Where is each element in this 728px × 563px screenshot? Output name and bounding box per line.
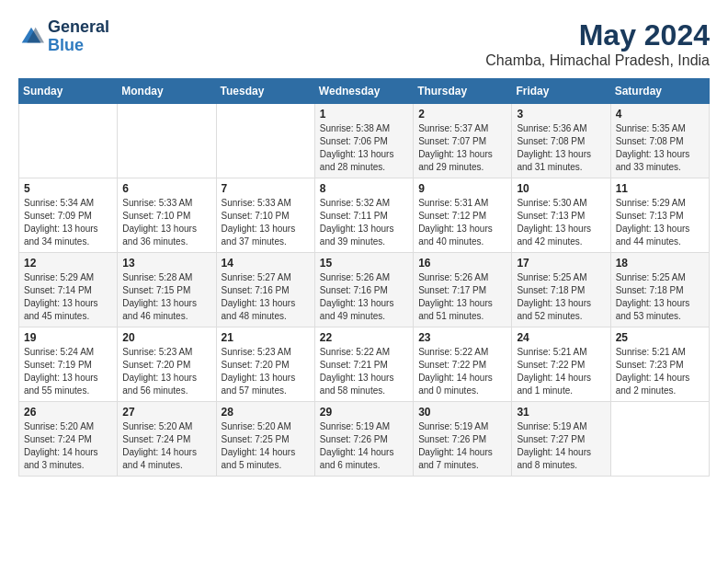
day-info: Sunrise: 5:22 AM Sunset: 7:21 PM Dayligh… xyxy=(320,346,408,397)
day-number: 21 xyxy=(222,331,310,344)
day-number: 11 xyxy=(616,182,704,195)
day-number: 17 xyxy=(517,257,605,270)
calendar-cell: 1Sunrise: 5:38 AM Sunset: 7:06 PM Daylig… xyxy=(314,104,413,178)
day-info: Sunrise: 5:32 AM Sunset: 7:11 PM Dayligh… xyxy=(320,197,408,248)
page-header: General Blue May 2024 Chamba, Himachal P… xyxy=(18,18,710,69)
calendar-table: Sunday Monday Tuesday Wednesday Thursday… xyxy=(18,78,710,477)
calendar-cell: 3Sunrise: 5:36 AM Sunset: 7:08 PM Daylig… xyxy=(512,104,610,178)
day-info: Sunrise: 5:36 AM Sunset: 7:08 PM Dayligh… xyxy=(517,122,605,174)
day-number: 31 xyxy=(517,406,605,419)
day-info: Sunrise: 5:29 AM Sunset: 7:14 PM Dayligh… xyxy=(24,271,112,323)
calendar-cell: 25Sunrise: 5:21 AM Sunset: 7:23 PM Dayli… xyxy=(610,327,709,402)
calendar-cell: 21Sunrise: 5:23 AM Sunset: 7:20 PM Dayli… xyxy=(216,327,314,402)
calendar-week-row: 5Sunrise: 5:34 AM Sunset: 7:09 PM Daylig… xyxy=(19,178,710,253)
header-wednesday: Wednesday xyxy=(314,79,413,104)
day-info: Sunrise: 5:24 AM Sunset: 7:19 PM Dayligh… xyxy=(24,346,112,397)
calendar-week-row: 19Sunrise: 5:24 AM Sunset: 7:19 PM Dayli… xyxy=(19,327,710,402)
day-info: Sunrise: 5:19 AM Sunset: 7:27 PM Dayligh… xyxy=(517,420,605,472)
logo: General Blue xyxy=(18,18,109,55)
day-number: 9 xyxy=(418,182,506,195)
day-number: 29 xyxy=(320,406,408,419)
calendar-cell: 10Sunrise: 5:30 AM Sunset: 7:13 PM Dayli… xyxy=(512,178,610,253)
day-info: Sunrise: 5:33 AM Sunset: 7:10 PM Dayligh… xyxy=(122,197,210,248)
day-number: 28 xyxy=(222,406,310,419)
day-number: 19 xyxy=(24,331,112,344)
day-info: Sunrise: 5:33 AM Sunset: 7:10 PM Dayligh… xyxy=(222,197,310,248)
day-info: Sunrise: 5:34 AM Sunset: 7:09 PM Dayligh… xyxy=(24,197,112,248)
day-info: Sunrise: 5:20 AM Sunset: 7:24 PM Dayligh… xyxy=(122,420,210,472)
day-number: 20 xyxy=(122,331,210,344)
calendar-cell xyxy=(19,104,118,178)
day-number: 1 xyxy=(320,108,408,121)
calendar-cell: 12Sunrise: 5:29 AM Sunset: 7:14 PM Dayli… xyxy=(19,253,118,327)
day-number: 14 xyxy=(222,257,310,270)
calendar-cell: 24Sunrise: 5:21 AM Sunset: 7:22 PM Dayli… xyxy=(512,327,610,402)
day-info: Sunrise: 5:26 AM Sunset: 7:16 PM Dayligh… xyxy=(320,271,408,323)
header-friday: Friday xyxy=(512,79,610,104)
day-number: 24 xyxy=(517,331,605,344)
calendar-cell: 29Sunrise: 5:19 AM Sunset: 7:26 PM Dayli… xyxy=(314,402,413,477)
calendar-cell: 14Sunrise: 5:27 AM Sunset: 7:16 PM Dayli… xyxy=(216,253,314,327)
day-info: Sunrise: 5:31 AM Sunset: 7:12 PM Dayligh… xyxy=(418,197,506,248)
calendar-cell: 20Sunrise: 5:23 AM Sunset: 7:20 PM Dayli… xyxy=(118,327,216,402)
day-number: 2 xyxy=(418,108,506,121)
calendar-cell: 27Sunrise: 5:20 AM Sunset: 7:24 PM Dayli… xyxy=(118,402,216,477)
day-info: Sunrise: 5:35 AM Sunset: 7:08 PM Dayligh… xyxy=(616,122,704,174)
calendar-cell: 9Sunrise: 5:31 AM Sunset: 7:12 PM Daylig… xyxy=(414,178,512,253)
calendar-cell: 31Sunrise: 5:19 AM Sunset: 7:27 PM Dayli… xyxy=(512,402,610,477)
day-info: Sunrise: 5:23 AM Sunset: 7:20 PM Dayligh… xyxy=(122,346,210,397)
calendar-week-row: 12Sunrise: 5:29 AM Sunset: 7:14 PM Dayli… xyxy=(19,253,710,327)
logo-line2: Blue xyxy=(48,37,109,55)
calendar-cell: 8Sunrise: 5:32 AM Sunset: 7:11 PM Daylig… xyxy=(314,178,413,253)
day-number: 22 xyxy=(320,331,408,344)
day-number: 27 xyxy=(122,406,210,419)
day-number: 13 xyxy=(122,257,210,270)
day-number: 30 xyxy=(418,406,506,419)
header-saturday: Saturday xyxy=(610,79,709,104)
day-info: Sunrise: 5:29 AM Sunset: 7:13 PM Dayligh… xyxy=(616,197,704,248)
calendar-cell xyxy=(118,104,216,178)
subtitle: Chamba, Himachal Pradesh, India xyxy=(485,52,710,69)
calendar-cell: 19Sunrise: 5:24 AM Sunset: 7:19 PM Dayli… xyxy=(19,327,118,402)
calendar-cell: 7Sunrise: 5:33 AM Sunset: 7:10 PM Daylig… xyxy=(216,178,314,253)
header-sunday: Sunday xyxy=(19,79,118,104)
day-number: 18 xyxy=(616,257,704,270)
day-number: 15 xyxy=(320,257,408,270)
calendar-cell: 30Sunrise: 5:19 AM Sunset: 7:26 PM Dayli… xyxy=(414,402,512,477)
calendar-cell: 2Sunrise: 5:37 AM Sunset: 7:07 PM Daylig… xyxy=(414,104,512,178)
title-block: May 2024 Chamba, Himachal Pradesh, India xyxy=(485,18,710,69)
day-info: Sunrise: 5:25 AM Sunset: 7:18 PM Dayligh… xyxy=(616,271,704,323)
day-info: Sunrise: 5:20 AM Sunset: 7:25 PM Dayligh… xyxy=(222,420,310,472)
logo-icon xyxy=(18,24,44,50)
day-number: 26 xyxy=(24,406,112,419)
main-title: May 2024 xyxy=(485,18,710,52)
calendar-cell: 23Sunrise: 5:22 AM Sunset: 7:22 PM Dayli… xyxy=(414,327,512,402)
day-info: Sunrise: 5:30 AM Sunset: 7:13 PM Dayligh… xyxy=(517,197,605,248)
day-number: 3 xyxy=(517,108,605,121)
calendar-cell: 16Sunrise: 5:26 AM Sunset: 7:17 PM Dayli… xyxy=(414,253,512,327)
day-info: Sunrise: 5:21 AM Sunset: 7:22 PM Dayligh… xyxy=(517,346,605,397)
day-number: 25 xyxy=(616,331,704,344)
calendar-body: 1Sunrise: 5:38 AM Sunset: 7:06 PM Daylig… xyxy=(19,104,710,477)
day-info: Sunrise: 5:19 AM Sunset: 7:26 PM Dayligh… xyxy=(320,420,408,472)
calendar-cell xyxy=(216,104,314,178)
header-tuesday: Tuesday xyxy=(216,79,314,104)
weekday-header-row: Sunday Monday Tuesday Wednesday Thursday… xyxy=(19,79,710,104)
calendar-cell xyxy=(610,402,709,477)
calendar-cell: 18Sunrise: 5:25 AM Sunset: 7:18 PM Dayli… xyxy=(610,253,709,327)
day-number: 12 xyxy=(24,257,112,270)
header-monday: Monday xyxy=(118,79,216,104)
day-number: 7 xyxy=(222,182,310,195)
header-thursday: Thursday xyxy=(414,79,512,104)
calendar-cell: 5Sunrise: 5:34 AM Sunset: 7:09 PM Daylig… xyxy=(19,178,118,253)
day-number: 23 xyxy=(418,331,506,344)
day-number: 5 xyxy=(24,182,112,195)
day-number: 6 xyxy=(122,182,210,195)
calendar-week-row: 1Sunrise: 5:38 AM Sunset: 7:06 PM Daylig… xyxy=(19,104,710,178)
day-info: Sunrise: 5:25 AM Sunset: 7:18 PM Dayligh… xyxy=(517,271,605,323)
calendar-cell: 11Sunrise: 5:29 AM Sunset: 7:13 PM Dayli… xyxy=(610,178,709,253)
day-info: Sunrise: 5:27 AM Sunset: 7:16 PM Dayligh… xyxy=(222,271,310,323)
day-info: Sunrise: 5:20 AM Sunset: 7:24 PM Dayligh… xyxy=(24,420,112,472)
day-info: Sunrise: 5:19 AM Sunset: 7:26 PM Dayligh… xyxy=(418,420,506,472)
day-info: Sunrise: 5:37 AM Sunset: 7:07 PM Dayligh… xyxy=(418,122,506,174)
